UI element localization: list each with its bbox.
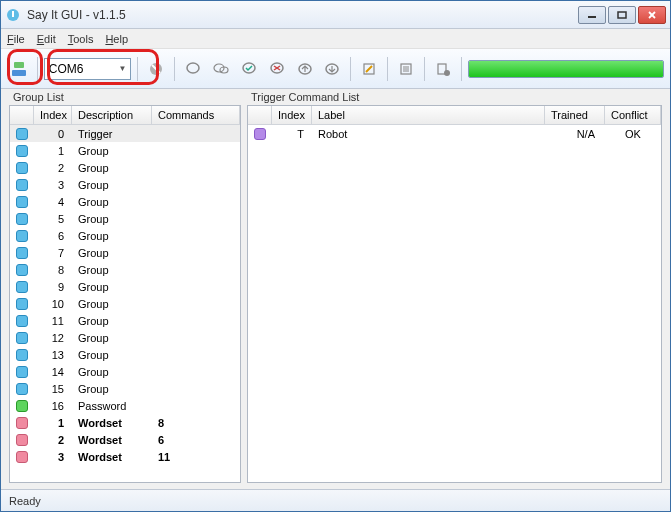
toolbar-separator <box>387 57 388 81</box>
group-row[interactable]: 3Group <box>10 176 240 193</box>
progress-bar <box>468 60 664 78</box>
group-row[interactable]: 16Password <box>10 397 240 414</box>
settings-icon[interactable] <box>431 57 455 81</box>
group-row[interactable]: 6Group <box>10 227 240 244</box>
group-index: 1 <box>34 145 72 157</box>
group-index: 14 <box>34 366 72 378</box>
toolbar-separator <box>424 57 425 81</box>
trigger-row[interactable]: TRobotN/AOK <box>248 125 661 142</box>
trigger-panel: Trigger Command List Index Label Trained… <box>247 89 662 483</box>
connect-button[interactable] <box>7 57 31 81</box>
group-index: 9 <box>34 281 72 293</box>
download-icon[interactable] <box>321 57 345 81</box>
group-index: 16 <box>34 400 72 412</box>
chevron-down-icon: ▼ <box>118 64 126 73</box>
trigger-label: Robot <box>312 128 545 140</box>
toolbar-separator <box>174 57 175 81</box>
group-row[interactable]: 10Group <box>10 295 240 312</box>
speech-bubble-icon <box>10 264 34 276</box>
menu-file[interactable]: File <box>7 33 25 45</box>
group-description: Password <box>72 400 152 412</box>
group-index: 2 <box>34 162 72 174</box>
group-row[interactable]: 8Group <box>10 261 240 278</box>
upload-icon[interactable] <box>293 57 317 81</box>
port-combobox[interactable]: COM6 ▼ <box>44 58 132 80</box>
list-icon[interactable] <box>394 57 418 81</box>
group-row[interactable]: 2Group <box>10 159 240 176</box>
speech-bubble-icon <box>10 162 34 174</box>
group-row[interactable]: 3Wordset11 <box>10 448 240 465</box>
speech-bubble-icon <box>10 247 34 259</box>
group-description: Group <box>72 179 152 191</box>
speech-bubble-icon <box>10 349 34 361</box>
trigger-list[interactable]: Index Label Trained Conflict TRobotN/AOK <box>247 105 662 483</box>
menu-edit[interactable]: Edit <box>37 33 56 45</box>
speech-bubble-icon <box>10 383 34 395</box>
col-index[interactable]: Index <box>272 106 312 124</box>
group-description: Group <box>72 298 152 310</box>
toolbar-separator <box>461 57 462 81</box>
speech-bubble-icon <box>10 230 34 242</box>
group-description: Group <box>72 366 152 378</box>
svg-rect-1 <box>12 11 14 17</box>
group-row[interactable]: 15Group <box>10 380 240 397</box>
toolbar-separator <box>350 57 351 81</box>
group-row[interactable]: 1Wordset8 <box>10 414 240 431</box>
group-index: 3 <box>34 179 72 191</box>
speech-bubble-icon <box>10 213 34 225</box>
speech-bubble-icon <box>10 332 34 344</box>
group-description: Group <box>72 281 152 293</box>
train-icon[interactable] <box>237 57 261 81</box>
group-row[interactable]: 7Group <box>10 244 240 261</box>
group-row[interactable]: 12Group <box>10 329 240 346</box>
disconnect-button[interactable] <box>144 57 168 81</box>
group-row[interactable]: 0Trigger <box>10 125 240 142</box>
group-row[interactable]: 5Group <box>10 210 240 227</box>
group-row[interactable]: 14Group <box>10 363 240 380</box>
col-commands[interactable]: Commands <box>152 106 240 124</box>
speak-all-icon[interactable] <box>209 57 233 81</box>
minimize-button[interactable] <box>578 6 606 24</box>
group-description: Group <box>72 332 152 344</box>
edit-icon[interactable] <box>357 57 381 81</box>
group-row[interactable]: 4Group <box>10 193 240 210</box>
app-icon <box>5 7 21 23</box>
group-list[interactable]: Index Description Commands 0Trigger1Grou… <box>9 105 241 483</box>
group-index: 10 <box>34 298 72 310</box>
menu-help[interactable]: Help <box>105 33 128 45</box>
svg-point-10 <box>187 63 199 73</box>
group-index: 4 <box>34 196 72 208</box>
group-commands: 11 <box>152 451 240 463</box>
group-index: 7 <box>34 247 72 259</box>
group-row[interactable]: 11Group <box>10 312 240 329</box>
col-description[interactable]: Description <box>72 106 152 124</box>
statusbar: Ready <box>1 489 670 511</box>
close-button[interactable] <box>638 6 666 24</box>
col-index[interactable]: Index <box>34 106 72 124</box>
speak-icon[interactable] <box>181 57 205 81</box>
group-commands: 6 <box>152 434 240 446</box>
trigger-conflict: OK <box>605 128 661 140</box>
group-index: 12 <box>34 332 72 344</box>
menu-tools[interactable]: Tools <box>68 33 94 45</box>
col-trained[interactable]: Trained <box>545 106 605 124</box>
group-row[interactable]: 2Wordset6 <box>10 431 240 448</box>
status-text: Ready <box>9 495 41 507</box>
col-label[interactable]: Label <box>312 106 545 124</box>
remove-icon[interactable] <box>265 57 289 81</box>
speech-bubble-icon <box>10 451 34 463</box>
group-row[interactable]: 9Group <box>10 278 240 295</box>
col-conflict[interactable]: Conflict <box>605 106 661 124</box>
group-index: 3 <box>34 451 72 463</box>
maximize-button[interactable] <box>608 6 636 24</box>
group-description: Group <box>72 230 152 242</box>
progress-fill <box>469 61 663 77</box>
speech-bubble-icon <box>10 281 34 293</box>
group-row[interactable]: 1Group <box>10 142 240 159</box>
group-row[interactable]: 13Group <box>10 346 240 363</box>
group-index: 5 <box>34 213 72 225</box>
speech-bubble-icon <box>10 128 34 140</box>
main-panels: Group List Index Description Commands 0T… <box>1 89 670 489</box>
group-index: 2 <box>34 434 72 446</box>
trigger-list-header: Index Label Trained Conflict <box>248 106 661 125</box>
